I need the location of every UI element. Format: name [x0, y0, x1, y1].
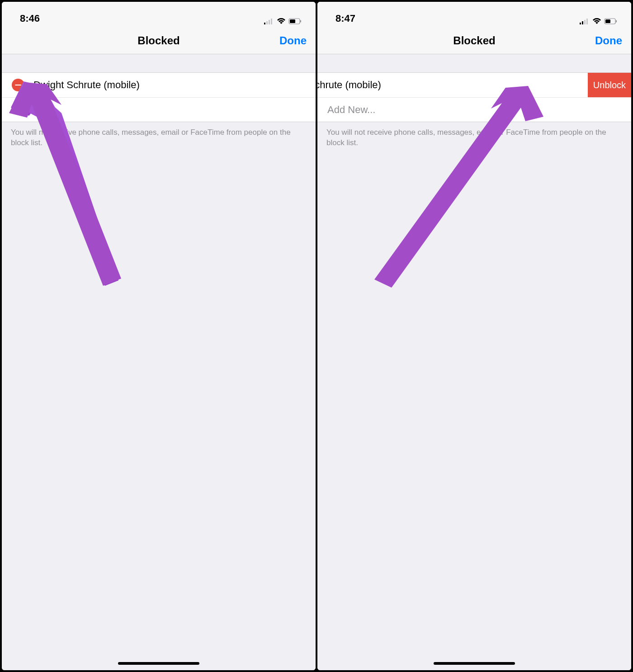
svg-rect-1: [266, 21, 268, 24]
nav-header: Blocked Done: [2, 27, 316, 54]
wifi-icon: [592, 18, 601, 24]
body: wight Schrute (mobile) Unblock Add New..…: [317, 54, 631, 670]
contact-name: wight Schrute (mobile): [317, 79, 381, 91]
status-time: 8:46: [20, 13, 40, 24]
status-bar: 8:47: [317, 2, 631, 27]
nav-header: Blocked Done: [317, 27, 631, 54]
svg-rect-3: [271, 19, 272, 24]
svg-rect-13: [582, 21, 583, 24]
done-button[interactable]: Done: [595, 34, 622, 47]
battery-icon: [604, 18, 618, 24]
battery-icon: [288, 18, 302, 24]
svg-rect-15: [586, 19, 588, 24]
status-time: 8:47: [335, 13, 355, 24]
blocked-list: Dwight Schrute (mobile) Add New...: [2, 72, 316, 122]
svg-rect-5: [290, 19, 295, 23]
status-icons: [264, 18, 302, 24]
delete-minus-icon[interactable]: [12, 79, 24, 91]
phone-right: 8:47 Blocked Done: [317, 2, 631, 670]
unblock-button[interactable]: Unblock: [588, 73, 631, 97]
home-indicator[interactable]: [118, 662, 199, 665]
page-title: Blocked: [137, 34, 180, 47]
add-new-row[interactable]: Add New...: [2, 97, 316, 122]
page-title: Blocked: [453, 34, 495, 47]
add-new-label: Add New...: [2, 104, 60, 116]
svg-rect-18: [616, 20, 617, 23]
blocked-contact-row[interactable]: Dwight Schrute (mobile): [2, 73, 316, 97]
cellular-icon: [264, 18, 274, 24]
footer-text: You will not receive phone calls, messag…: [2, 122, 316, 148]
status-bar: 8:46: [2, 2, 316, 27]
contact-name: Dwight Schrute (mobile): [24, 79, 140, 91]
home-indicator[interactable]: [434, 662, 515, 665]
svg-rect-12: [580, 23, 581, 24]
blocked-list: wight Schrute (mobile) Unblock Add New..…: [317, 72, 631, 122]
phone-left: 8:46 Blocked Done: [2, 2, 316, 670]
svg-rect-2: [269, 20, 270, 24]
footer-text: You will not receive phone calls, messag…: [317, 122, 631, 148]
svg-rect-6: [300, 20, 301, 23]
cellular-icon: [580, 18, 590, 24]
done-button[interactable]: Done: [279, 34, 307, 47]
body: Dwight Schrute (mobile) Add New... You w…: [2, 54, 316, 670]
svg-rect-0: [264, 23, 265, 24]
add-new-row[interactable]: Add New...: [317, 97, 631, 122]
add-new-label: Add New...: [317, 104, 375, 116]
svg-rect-14: [584, 20, 586, 24]
status-icons: [580, 18, 618, 24]
blocked-contact-row[interactable]: wight Schrute (mobile) Unblock: [317, 73, 631, 97]
svg-rect-17: [605, 19, 610, 23]
wifi-icon: [277, 18, 286, 24]
